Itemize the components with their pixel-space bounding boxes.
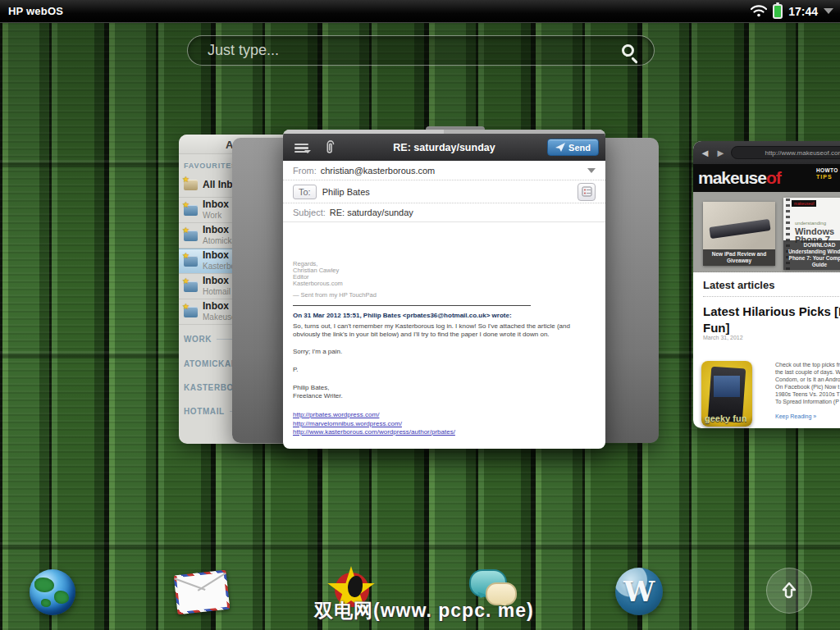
forward-icon[interactable]: ► [715,148,726,158]
featured-strip: New iPad Review and Giveaway makeuseof u… [693,192,840,272]
howto-tips-badge[interactable]: HOWTO & TIPS [816,167,840,180]
ipad-photo [709,219,770,239]
envelope-paper [176,573,227,612]
inbox-tray-icon [184,281,198,292]
battery-icon [773,4,783,19]
signature-block: Regards, Christian Cawley Editor Kasterb… [293,261,596,287]
search-input[interactable] [188,42,622,59]
browser-card[interactable]: ◄ ► http://www.makeuseof.com/ makeuseof … [693,141,840,428]
quoted-paragraph: Sorry; I'm a pain. [293,348,596,356]
address-bar[interactable]: http://www.makeuseof.com/ [731,146,840,159]
from-label: From: [293,166,317,176]
link[interactable]: http://www.kasterborous.com/wordpress/au… [293,428,596,437]
cover-brand: makeuseof [792,200,816,207]
featured-caption: DOWNLOAD Understanding Windows Phone 7: … [783,240,840,270]
os-brand-label: HP webOS [8,5,63,17]
article-excerpt: Check out the top picks fr the last coup… [775,361,840,420]
paper-plane-icon [555,143,565,152]
geeky-fun-label: geeky fun [705,413,746,423]
featured-caption: New iPad Review and Giveaway [703,249,775,266]
from-dropdown-chevron-icon[interactable] [587,168,596,173]
inbox-tray-icon [184,256,198,267]
email-compose-card[interactable]: RE: saturday/sunday Send From: christian… [283,130,605,449]
just-type-search-bar[interactable] [187,35,655,66]
globe-continent [34,578,54,592]
article-thumbnail[interactable]: geeky fun [701,361,752,427]
wordpress-app-icon[interactable]: W [615,568,663,615]
message-body[interactable]: Regards, Christian Cawley Editor Kasterb… [293,261,596,437]
contact-list-icon [582,186,592,197]
link[interactable]: http://marvelomnibus.wordpress.com/ [293,420,596,429]
launcher-button[interactable] [766,568,812,614]
email-app-icon[interactable] [174,570,231,614]
article-title[interactable]: Latest Hilarious Picks [MakeUseOf [703,304,840,320]
subject-value: RE: saturday/sunday [330,208,413,217]
browser-toolbar: ◄ ► http://www.makeuseof.com/ [693,141,840,164]
quoted-paragraph: P. [293,366,596,374]
inbox-tray-icon [184,307,198,317]
compose-toolbar: RE: saturday/sunday Send [283,134,605,161]
subject-field[interactable]: Subject: RE: saturday/sunday [283,203,605,222]
wifi-icon [751,5,767,17]
quoted-signature: Philip Bates, Freelance Writer. [293,384,596,400]
inbox-tray-icon [184,205,198,216]
latest-articles-heading: Latest articles [703,279,840,297]
signature-links: http://prbates.wordpress.com/ http://mar… [293,411,596,437]
back-icon[interactable]: ◄ [700,148,710,158]
inbox-tray-icon [184,231,198,241]
keep-reading-link[interactable]: Keep Reading » [775,413,840,420]
subject-label: Subject: [293,208,326,217]
globe-continent [54,591,69,604]
featured-article-wp7-guide[interactable]: makeuseof understanding Windows Phone 7 … [783,198,840,270]
search-icon [622,44,634,57]
web-browser-app-icon[interactable] [30,569,75,615]
status-menu-chevron-icon[interactable] [824,8,833,14]
to-label: To: [293,185,317,199]
article-title[interactable]: Fun] [703,320,718,333]
status-bar: HP webOS 17:44 [0,0,840,23]
to-field[interactable]: To: Philip Bates [283,180,605,203]
site-masthead: makeuseof HOWTO & TIPS [693,164,840,192]
globe-continent [41,599,51,607]
featured-article-ipad[interactable]: New iPad Review and Giveaway [703,202,775,266]
quoted-paragraph: So, turns out, I can't remember my Kaste… [293,322,596,339]
to-value: Philip Bates [322,187,370,197]
messaging-app-icon[interactable] [469,568,518,615]
up-arrow-icon [777,578,801,603]
link[interactable]: http://prbates.wordpress.com/ [293,411,596,420]
quote-divider [293,305,531,306]
quoted-header: On 31 Mar 2012 15:51, Philip Bates <prba… [293,312,596,319]
wordpress-w-glyph: W [623,578,655,605]
article-date: March 31, 2012 [703,335,840,340]
sent-from-line: — Sent from my HP TouchPad [293,291,596,299]
attachment-icon[interactable] [324,140,337,155]
clock: 17:44 [788,5,818,18]
inbox-tray-icon [184,180,198,190]
add-contact-button[interactable] [578,183,596,201]
from-value: christian@kasterborous.com [321,166,436,176]
chat-bubble-cream [486,582,517,605]
menu-icon[interactable] [294,142,311,153]
phone-screen [714,376,740,397]
send-button[interactable]: Send [547,139,599,156]
makeuseof-logo[interactable]: makeuseof [698,168,781,188]
star-app-icon[interactable] [325,564,377,617]
article-list: Latest articles Latest Hilarious Picks [… [693,272,840,340]
from-field[interactable]: From: christian@kasterborous.com [283,161,605,180]
